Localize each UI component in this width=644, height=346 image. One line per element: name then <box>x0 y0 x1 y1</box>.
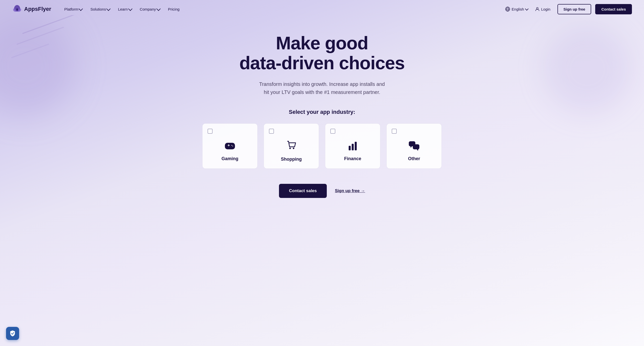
nav-pricing[interactable]: Pricing <box>165 5 183 13</box>
hero-subtitle: Transform insights into growth. Increase… <box>242 80 403 96</box>
solutions-chevron-icon <box>106 7 111 11</box>
other-checkbox[interactable] <box>392 129 397 134</box>
svg-point-8 <box>289 148 291 149</box>
gaming-checkbox[interactable] <box>208 129 213 134</box>
lang-chevron-icon <box>525 7 529 10</box>
globe-icon <box>505 7 510 12</box>
industry-prompt: Select your app industry: <box>5 109 639 115</box>
gaming-icon <box>224 141 236 153</box>
industry-cards: Gaming Shopping <box>5 123 639 169</box>
finance-checkbox[interactable] <box>330 129 335 134</box>
svg-rect-5 <box>228 144 229 146</box>
other-label: Other <box>408 156 420 161</box>
nav-solutions[interactable]: Solutions <box>87 5 113 13</box>
svg-marker-14 <box>410 146 412 148</box>
svg-point-7 <box>232 146 233 147</box>
signup-free-button[interactable]: Sign up free <box>557 4 591 14</box>
svg-rect-15 <box>413 144 419 149</box>
contact-sales-nav-button[interactable]: Contact sales <box>595 4 632 14</box>
security-badge[interactable] <box>6 327 19 340</box>
industry-card-other[interactable]: Other <box>386 123 442 169</box>
nav-links: Platform Solutions Learn Company Pricing <box>61 5 505 13</box>
other-icon <box>408 141 420 153</box>
logo-icon <box>12 4 22 14</box>
nav-platform[interactable]: Platform <box>61 5 86 13</box>
shopping-label: Shopping <box>281 157 302 162</box>
user-icon <box>535 7 540 11</box>
hero-title: Make good data-driven choices <box>5 33 639 73</box>
svg-point-0 <box>16 8 18 11</box>
hero-section: Make good data-driven choices Transform … <box>0 18 644 223</box>
other-content: Other <box>392 139 436 163</box>
gaming-label: Gaming <box>221 156 238 161</box>
logo-text: AppsFlyer <box>24 6 51 12</box>
signup-free-cta-button[interactable]: Sign up free → <box>335 188 365 193</box>
language-selector[interactable]: English <box>505 7 528 12</box>
industry-card-finance[interactable]: Finance <box>325 123 380 169</box>
industry-card-gaming[interactable]: Gaming <box>202 123 258 169</box>
gaming-content: Gaming <box>208 139 252 163</box>
svg-point-9 <box>293 148 294 149</box>
logo[interactable]: AppsFlyer <box>12 4 51 14</box>
company-chevron-icon <box>156 7 160 11</box>
svg-point-2 <box>537 8 538 9</box>
industry-card-shopping[interactable]: Shopping <box>264 123 319 169</box>
finance-icon <box>347 141 358 153</box>
svg-rect-11 <box>352 144 354 150</box>
finance-label: Finance <box>344 156 361 161</box>
cta-area: Contact sales Sign up free → <box>5 184 639 213</box>
svg-marker-16 <box>417 149 418 151</box>
svg-rect-3 <box>225 143 235 149</box>
learn-chevron-icon <box>128 7 132 11</box>
svg-point-6 <box>231 145 232 146</box>
shopping-icon <box>286 140 297 154</box>
nav-learn[interactable]: Learn <box>115 5 135 13</box>
contact-sales-cta-button[interactable]: Contact sales <box>279 184 327 198</box>
platform-chevron-icon <box>79 7 83 11</box>
svg-rect-12 <box>355 142 357 150</box>
shopping-content: Shopping <box>269 139 314 163</box>
login-button[interactable]: Login <box>532 5 553 13</box>
svg-rect-10 <box>349 146 351 150</box>
shield-icon <box>9 330 16 337</box>
nav-company[interactable]: Company <box>137 5 163 13</box>
shopping-checkbox[interactable] <box>269 129 274 134</box>
nav-right: English Login Sign up free Contact sales <box>505 4 632 14</box>
finance-content: Finance <box>330 139 375 163</box>
